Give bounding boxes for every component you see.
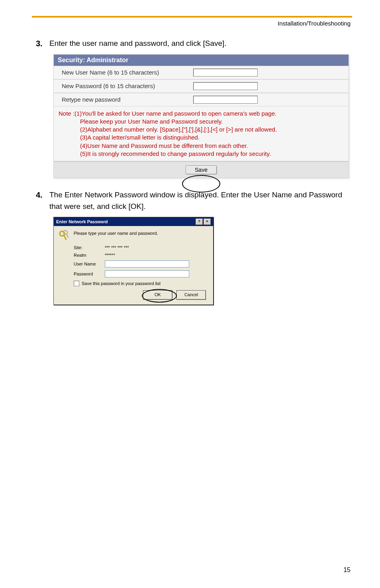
security-note: Note :(1)You'll be asked for User name a… — [54, 106, 349, 162]
step-3-text: Enter the user name and password, and cl… — [49, 38, 227, 49]
row-new-pass: New Password (6 to 15 characters) — [54, 79, 349, 93]
note-line1: Note :(1)You'll be asked for User name a… — [59, 110, 276, 117]
dialog-titlebar: Enter Network Password ? × — [54, 217, 213, 226]
dialog-prompt: Please type your user name and password. — [74, 230, 158, 236]
step-4-num: 4. — [36, 189, 49, 201]
svg-rect-3 — [66, 233, 69, 238]
close-button[interactable]: × — [204, 218, 211, 225]
page-number: 15 — [343, 566, 351, 574]
label-new-user: New User Name (6 to 15 characters) — [54, 69, 193, 76]
step-3: 3. Enter the user name and password, and… — [36, 38, 352, 49]
step-4-text: The Enter Network Password window is dis… — [49, 189, 352, 212]
step-3-num: 3. — [36, 38, 49, 49]
site-label: Site: — [74, 245, 105, 250]
note-line2: Please keep your User Name and Password … — [80, 118, 344, 126]
note-line6: (5)It is strongly recommended to change … — [80, 150, 344, 158]
enter-network-password-dialog: Enter Network Password ? × — [53, 217, 214, 305]
help-button[interactable]: ? — [196, 218, 203, 225]
note-line4: (3)A capital letter/small letter is dist… — [80, 134, 344, 142]
dialog-wrap: Enter Network Password ? × — [53, 217, 213, 305]
input-new-pass[interactable] — [193, 82, 258, 90]
save-button[interactable]: Save — [186, 165, 217, 174]
row-new-user: New User Name (6 to 15 characters) — [54, 66, 349, 79]
header-section: Installation/Troubleshooting — [32, 20, 352, 27]
note-line3: (2)Alphabet and number only. [Space],["]… — [80, 126, 344, 134]
password-label: Password — [74, 271, 105, 276]
security-admin-panel: Security: Administrator New User Name (6… — [53, 54, 349, 179]
label-new-pass: New Password (6 to 15 characters) — [54, 83, 193, 89]
label-retype: Retype new password — [54, 96, 193, 103]
security-panel-title: Security: Administrator — [54, 55, 349, 66]
input-new-user[interactable] — [193, 69, 258, 77]
save-bar: Save — [54, 162, 349, 178]
realm-label: Realm — [74, 253, 105, 258]
username-input[interactable] — [105, 260, 189, 267]
row-retype: Retype new password — [54, 93, 349, 106]
realm-value: ****** — [105, 253, 208, 258]
save-password-label: Save this password in your password list — [82, 281, 161, 286]
cancel-button[interactable]: Cancel — [176, 290, 206, 300]
step-4: 4. The Enter Network Password window is … — [36, 189, 352, 212]
ok-button[interactable]: OK — [143, 290, 172, 300]
dialog-title-text: Enter Network Password — [56, 219, 108, 224]
username-label: User Name — [74, 262, 105, 266]
svg-rect-1 — [63, 235, 67, 240]
input-retype[interactable] — [193, 96, 258, 104]
header-rule — [32, 16, 352, 18]
save-password-checkbox[interactable] — [74, 281, 79, 286]
site-value: *** *** *** *** — [105, 245, 208, 250]
password-input[interactable] — [105, 270, 189, 277]
note-line5: (4)User Name and Password must be differ… — [80, 142, 344, 150]
keys-icon — [59, 230, 70, 243]
